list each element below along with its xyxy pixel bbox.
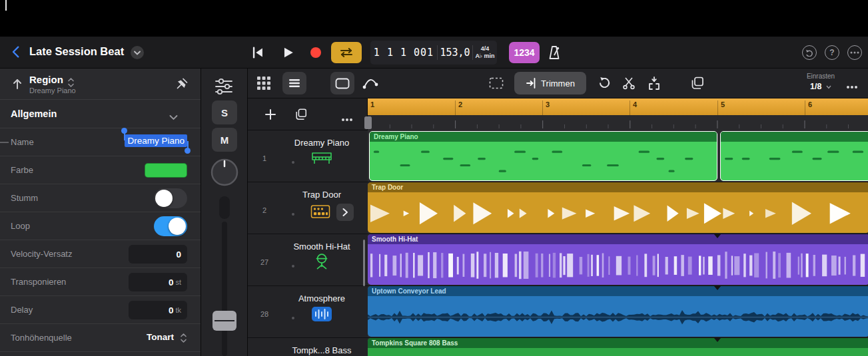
loop-tool-icon[interactable] <box>597 76 612 93</box>
midi-hihat-bars <box>368 244 868 285</box>
name-value-field[interactable]: Dreamy Piano <box>125 134 187 147</box>
transpose-value: 0 <box>169 277 174 287</box>
pan-knob[interactable] <box>210 158 239 190</box>
inspector-title[interactable]: Region <box>29 74 63 85</box>
split-icon[interactable] <box>648 76 661 93</box>
chevron-down-icon <box>169 111 178 123</box>
loop-toggle[interactable] <box>154 216 187 236</box>
volume-fader-track[interactable] <box>222 222 227 356</box>
fader-groove <box>215 320 234 321</box>
copy-icon[interactable] <box>690 76 705 93</box>
mute-button[interactable]: M <box>212 128 237 152</box>
region-header: Tompkins Square 808 Bass <box>368 338 868 348</box>
help-button[interactable]: ? <box>825 45 839 60</box>
transpose-field[interactable]: 0 st <box>129 273 187 291</box>
bar-number: 5 <box>717 100 725 115</box>
track-disclosure-button[interactable] <box>336 204 354 221</box>
bar-number: 3 <box>542 100 550 115</box>
trim-tool-button[interactable]: Trimmen <box>514 72 586 94</box>
beat-ruler[interactable] <box>368 115 868 130</box>
track-header-toolbar <box>248 98 368 130</box>
track-row-smooth-hi-hat[interactable]: 27 Smooth Hi-Hat <box>248 234 368 286</box>
inspector-header: Region Dreamy Piano <box>0 69 201 100</box>
track-row-atmosphere[interactable]: 28 Atmosphere <box>248 286 368 338</box>
metronome-button[interactable] <box>546 45 562 63</box>
volume-fader-handle[interactable] <box>213 311 236 331</box>
snap-control[interactable]: Einrasten 1/8 <box>801 73 841 92</box>
lcd-tempo: 153,0 <box>438 47 472 59</box>
region-name: Dreamy Piano <box>374 133 418 140</box>
mute-label: M <box>220 134 229 146</box>
selection-handle-end[interactable] <box>185 148 191 154</box>
more-options-button[interactable] <box>847 45 862 60</box>
track-number: 27 <box>256 258 273 266</box>
count-in-button[interactable]: 1234 <box>509 42 540 63</box>
inspector-row-velocity: Velocity-Versatz 0 <box>0 240 201 268</box>
region-dreamy-piano-2[interactable] <box>720 131 868 181</box>
inspector-row-mute: Stumm <box>0 184 201 212</box>
marquee-view-button[interactable] <box>330 72 354 94</box>
velocity-field[interactable]: 0 <box>129 245 187 264</box>
toggle-knob <box>169 218 186 235</box>
section-label: Allgemein <box>11 108 57 119</box>
playhead-handle[interactable] <box>364 116 372 129</box>
scissors-icon[interactable] <box>622 77 636 92</box>
track-row-dreamy-piano[interactable]: 1 Dreamy Piano <box>248 130 368 182</box>
lcd-display[interactable]: 1 1 1 001 153,0 4/4 A♭ min <box>370 41 497 65</box>
toolbar-more-icon[interactable] <box>846 80 858 92</box>
inspector-row-color: Farbe <box>0 156 201 184</box>
move-up-icon[interactable] <box>11 77 24 93</box>
region-dreamy-piano[interactable]: Dreamy Piano <box>369 131 717 181</box>
pitch-source-value[interactable]: Tonart <box>147 332 174 342</box>
color-swatch[interactable] <box>145 163 187 178</box>
screen-artifact <box>5 0 7 11</box>
track-name: Dreamy Piano <box>278 138 365 148</box>
input-monitor-dot <box>292 213 294 216</box>
track-scrollbar[interactable] <box>363 240 365 286</box>
track-more-icon[interactable] <box>341 112 353 124</box>
go-to-beginning-button[interactable] <box>250 45 265 63</box>
track-name: Tompk...8 Bass <box>278 345 365 355</box>
project-title[interactable]: Late Session Beat <box>29 45 124 58</box>
add-track-icon[interactable] <box>264 108 277 124</box>
region-trap-door[interactable]: Trap Door <box>368 182 868 233</box>
pitch-source-label: Tonhöhenquelle <box>11 333 72 343</box>
tracks-view-button[interactable] <box>282 72 306 94</box>
metronome-icon <box>546 45 562 61</box>
solo-button[interactable]: S <box>212 100 237 124</box>
color-label: Farbe <box>11 165 33 175</box>
bar-number: 6 <box>805 100 812 115</box>
bar-number: 4 <box>630 100 637 115</box>
bar-ruler[interactable]: 1 2 3 4 5 6 <box>368 98 868 115</box>
track-row-trap-door[interactable]: 2 Trap Door <box>248 182 368 234</box>
automation-icon[interactable] <box>362 76 378 92</box>
mute-toggle[interactable] <box>154 188 187 208</box>
velocity-value: 0 <box>176 250 181 260</box>
audio-waveform <box>368 296 868 337</box>
region-tompkins-square-808-bass[interactable]: Tompkins Square 808 Bass <box>368 338 868 356</box>
grid-view-icon[interactable] <box>256 75 272 94</box>
selection-handle-start[interactable] <box>121 128 127 134</box>
region-smooth-hi-hat[interactable]: Smooth Hi-Hat <box>368 234 868 285</box>
history-button[interactable] <box>802 45 817 60</box>
back-chevron-icon[interactable] <box>9 45 24 62</box>
region-uptown-conveyor-lead[interactable]: Uptown Conveyor Lead <box>368 286 868 337</box>
duplicate-track-icon[interactable] <box>294 108 308 124</box>
project-menu-button[interactable] <box>131 46 144 59</box>
delay-label: Delay <box>11 305 33 315</box>
marquee-select-tool-icon[interactable] <box>489 77 504 92</box>
snap-value: 1/8 <box>810 82 821 91</box>
inspector-section-allgemein[interactable]: Allgemein <box>0 100 201 128</box>
play-button[interactable] <box>280 45 295 63</box>
mixer-sliders-icon[interactable] <box>215 78 233 98</box>
delay-field[interactable]: 0 tk <box>129 301 187 319</box>
pin-icon[interactable] <box>175 77 189 93</box>
track-row-tompkins-bass[interactable]: Tompk...8 Bass <box>248 338 368 356</box>
midi-notes <box>370 142 717 180</box>
cycle-button[interactable] <box>331 42 362 63</box>
transpose-label: Transponieren <box>11 277 66 287</box>
record-button[interactable] <box>310 47 321 58</box>
selector-chevrons-icon[interactable] <box>180 332 187 347</box>
marquee-rect-icon <box>335 78 350 89</box>
chevron-down-icon <box>134 51 141 55</box>
